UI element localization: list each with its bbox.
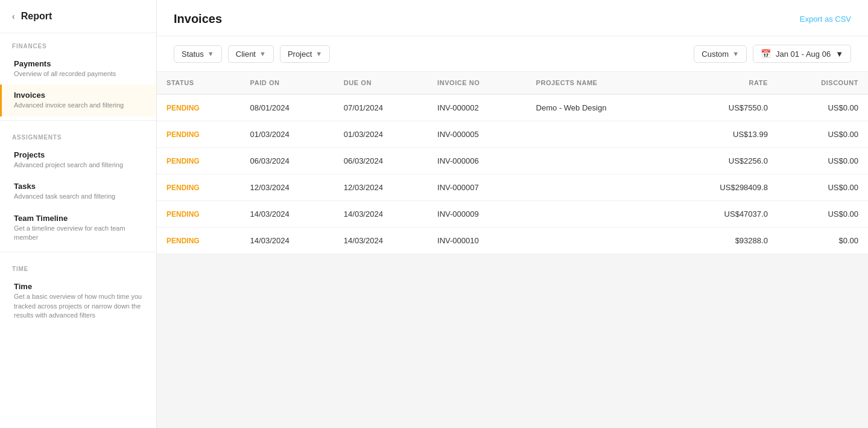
cell-due-on-3: 12/03/2024 (334, 174, 428, 201)
cell-rate-1: US$13.99 (670, 121, 778, 148)
cell-invoice-no-3: INV-000007 (428, 174, 527, 201)
cell-project-name-1 (527, 121, 670, 148)
status-chevron-icon: ▼ (207, 50, 214, 57)
table-row[interactable]: PENDING 08/01/2024 07/01/2024 INV-000002… (157, 94, 868, 121)
invoices-table: STATUS PAID ON DUE ON INVOICE NO PROJECT… (157, 72, 868, 254)
col-discount: DISCOUNT (778, 72, 868, 94)
cell-project-name-3 (527, 174, 670, 201)
client-chevron-icon: ▼ (259, 50, 266, 57)
section-label-finances: FINANCES (0, 33, 156, 53)
cell-status-4: PENDING (157, 201, 241, 228)
sidebar-item-time[interactable]: Time Get a basic overview of how much ti… (0, 276, 156, 326)
cell-discount-4: US$0.00 (778, 201, 868, 228)
cell-discount-3: US$0.00 (778, 174, 868, 201)
project-filter-label: Project (288, 50, 312, 59)
cell-discount-5: $0.00 (778, 228, 868, 254)
cell-status-5: PENDING (157, 228, 241, 254)
cell-discount-0: US$0.00 (778, 94, 868, 121)
page-title: Invoices (174, 12, 222, 26)
cell-project-name-4 (527, 201, 670, 228)
cell-invoice-no-0: INV-000002 (428, 94, 527, 121)
cell-project-name-0: Demo - Web Design (527, 94, 670, 121)
client-filter-label: Client (236, 50, 256, 59)
col-invoice-no: INVOICE NO (428, 72, 527, 94)
cell-due-on-0: 07/01/2024 (334, 94, 428, 121)
cell-invoice-no-4: INV-000009 (428, 201, 527, 228)
date-range-filter[interactable]: 📅 Jan 01 - Aug 06 ▼ (753, 45, 851, 63)
col-projects-name: PROJECTS NAME (527, 72, 670, 94)
cell-paid-on-1: 01/03/2024 (241, 121, 334, 148)
cell-project-name-2 (527, 148, 670, 174)
table-row[interactable]: PENDING 12/03/2024 12/03/2024 INV-000007… (157, 174, 868, 201)
cell-due-on-5: 14/03/2024 (334, 228, 428, 254)
cell-due-on-2: 06/03/2024 (334, 148, 428, 174)
table-header-row: STATUS PAID ON DUE ON INVOICE NO PROJECT… (157, 72, 868, 94)
custom-filter[interactable]: Custom ▼ (694, 45, 747, 63)
cell-paid-on-5: 14/03/2024 (241, 228, 334, 254)
date-range-label: Jan 01 - Aug 06 (776, 50, 831, 59)
cell-due-on-4: 14/03/2024 (334, 201, 428, 228)
cell-paid-on-4: 14/03/2024 (241, 201, 334, 228)
sidebar-divider-2 (0, 252, 156, 252)
sidebar-item-invoices[interactable]: Invoices Advanced invoice search and fil… (0, 85, 156, 116)
cell-status-0: PENDING (157, 94, 241, 121)
section-label-assignments: ASSIGNMENTS (0, 124, 156, 144)
section-label-time: TIME (0, 256, 156, 276)
table-row[interactable]: PENDING 01/03/2024 01/03/2024 INV-000005… (157, 121, 868, 148)
status-filter[interactable]: Status ▼ (174, 45, 222, 63)
cell-paid-on-0: 08/01/2024 (241, 94, 334, 121)
cell-status-3: PENDING (157, 174, 241, 201)
sidebar-title: Report (21, 11, 52, 22)
cell-rate-2: US$2256.0 (670, 148, 778, 174)
sidebar: ‹ Report FINANCES Payments Overview of a… (0, 0, 157, 428)
cell-discount-2: US$0.00 (778, 148, 868, 174)
project-filter[interactable]: Project ▼ (280, 45, 330, 63)
col-due-on: DUE ON (334, 72, 428, 94)
cell-rate-0: US$7550.0 (670, 94, 778, 121)
cell-status-1: PENDING (157, 121, 241, 148)
col-status: STATUS (157, 72, 241, 94)
main-content: Invoices Export as CSV Status ▼ Client ▼… (157, 0, 868, 428)
project-chevron-icon: ▼ (315, 50, 322, 57)
filters-bar: Status ▼ Client ▼ Project ▼ Custom ▼ 📅 J… (157, 36, 868, 72)
table-row[interactable]: PENDING 14/03/2024 14/03/2024 INV-000009… (157, 201, 868, 228)
custom-filter-label: Custom (702, 50, 729, 59)
sidebar-item-payments[interactable]: Payments Overview of all recorded paymen… (0, 53, 156, 85)
cell-invoice-no-5: INV-000010 (428, 228, 527, 254)
cell-rate-5: $93288.0 (670, 228, 778, 254)
sidebar-header[interactable]: ‹ Report (0, 0, 156, 33)
table-container: STATUS PAID ON DUE ON INVOICE NO PROJECT… (157, 72, 868, 428)
calendar-icon: 📅 (761, 49, 771, 59)
cell-rate-4: US$47037.0 (670, 201, 778, 228)
cell-paid-on-3: 12/03/2024 (241, 174, 334, 201)
sidebar-divider-1 (0, 120, 156, 121)
sidebar-item-projects[interactable]: Projects Advanced project search and fil… (0, 144, 156, 176)
cell-status-2: PENDING (157, 148, 241, 174)
table-row[interactable]: PENDING 06/03/2024 06/03/2024 INV-000006… (157, 148, 868, 174)
cell-paid-on-2: 06/03/2024 (241, 148, 334, 174)
cell-project-name-5 (527, 228, 670, 254)
custom-chevron-icon: ▼ (732, 50, 739, 57)
export-csv-link[interactable]: Export as CSV (800, 14, 851, 24)
main-header: Invoices Export as CSV (157, 0, 868, 36)
cell-due-on-1: 01/03/2024 (334, 121, 428, 148)
cell-invoice-no-2: INV-000006 (428, 148, 527, 174)
client-filter[interactable]: Client ▼ (228, 45, 274, 63)
back-icon[interactable]: ‹ (12, 11, 15, 21)
col-rate: RATE (670, 72, 778, 94)
cell-discount-1: US$0.00 (778, 121, 868, 148)
status-filter-label: Status (182, 50, 204, 59)
table-row[interactable]: PENDING 14/03/2024 14/03/2024 INV-000010… (157, 228, 868, 254)
cell-rate-3: US$298409.8 (670, 174, 778, 201)
sidebar-item-team-timeline[interactable]: Team Timeline Get a timeline overview fo… (0, 208, 156, 249)
col-paid-on: PAID ON (241, 72, 334, 94)
sidebar-item-tasks[interactable]: Tasks Advanced task search and filtering (0, 176, 156, 207)
date-chevron-icon: ▼ (835, 50, 843, 59)
cell-invoice-no-1: INV-000005 (428, 121, 527, 148)
